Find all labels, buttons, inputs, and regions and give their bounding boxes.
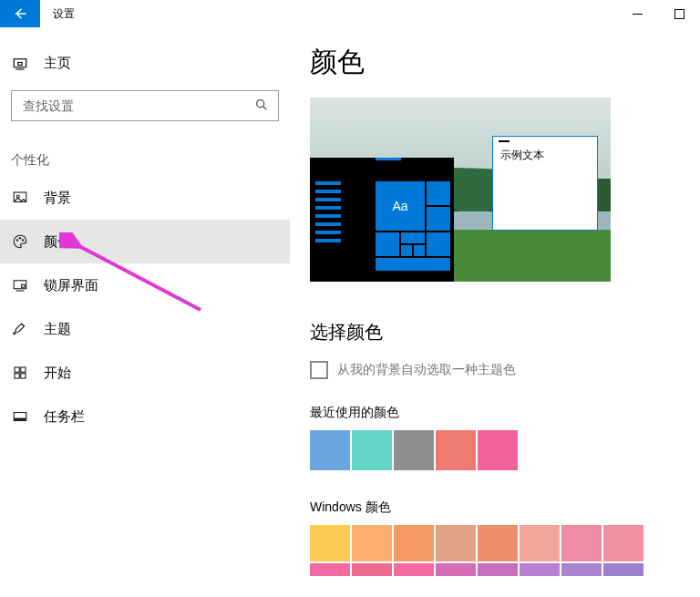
- sidebar-item-palette[interactable]: 颜色: [0, 220, 290, 263]
- color-swatch[interactable]: [561, 563, 602, 576]
- sidebar-item-label: 任务栏: [44, 408, 85, 426]
- taskbar-icon: [11, 408, 29, 425]
- color-swatch[interactable]: [352, 430, 392, 470]
- sidebar-item-label: 锁屏界面: [44, 277, 98, 294]
- app-title: 设置: [40, 0, 75, 27]
- color-swatch[interactable]: [394, 563, 434, 576]
- sidebar-item-lock[interactable]: 锁屏界面: [0, 263, 290, 307]
- home-icon: [11, 56, 29, 72]
- start-icon: [11, 365, 29, 381]
- svg-rect-17: [15, 374, 19, 378]
- svg-rect-16: [21, 367, 26, 372]
- color-swatch[interactable]: [603, 525, 643, 561]
- sidebar-item-taskbar[interactable]: 任务栏: [0, 395, 290, 438]
- svg-point-11: [22, 240, 24, 242]
- svg-rect-18: [21, 374, 26, 378]
- auto-pick-row[interactable]: 从我的背景自动选取一种主题色: [310, 361, 700, 379]
- svg-point-5: [257, 99, 264, 107]
- svg-rect-0: [633, 14, 643, 15]
- sidebar-item-theme[interactable]: 主题: [0, 307, 290, 351]
- section-header: 个性化: [0, 121, 290, 176]
- titlebar: 设置: [0, 0, 700, 27]
- home-label: 主页: [44, 55, 71, 72]
- svg-rect-1: [674, 9, 684, 18]
- page-title: 颜色: [310, 44, 700, 81]
- auto-pick-label: 从我的背景自动选取一种主题色: [337, 362, 516, 378]
- preview-tile-text: Aa: [376, 181, 425, 231]
- color-swatch[interactable]: [436, 563, 476, 576]
- content-pane: 颜色 Aa 示例文本 选择颜色: [290, 27, 700, 597]
- color-swatch[interactable]: [478, 563, 518, 576]
- search-icon: [254, 98, 269, 115]
- color-swatch[interactable]: [520, 525, 560, 561]
- maximize-button[interactable]: [658, 0, 700, 27]
- color-swatch[interactable]: [352, 563, 392, 576]
- svg-rect-2: [14, 58, 26, 67]
- sidebar-item-label: 颜色: [44, 233, 71, 251]
- color-swatch[interactable]: [478, 430, 518, 470]
- search-box[interactable]: [11, 90, 279, 121]
- theme-icon: [11, 321, 29, 337]
- palette-icon: [11, 233, 29, 250]
- sidebar-item-image[interactable]: 背景: [0, 176, 290, 220]
- recent-colors-label: 最近使用的颜色: [310, 405, 700, 421]
- choose-color-header: 选择颜色: [310, 320, 700, 345]
- color-swatch[interactable]: [561, 525, 602, 561]
- color-swatch[interactable]: [436, 525, 476, 561]
- sidebar-item-label: 开始: [44, 365, 71, 382]
- lock-icon: [11, 277, 29, 293]
- windows-colors-row-2: [310, 563, 700, 576]
- svg-rect-3: [18, 62, 23, 65]
- back-button[interactable]: [0, 0, 40, 27]
- maximize-icon: [674, 9, 685, 19]
- color-swatch[interactable]: [394, 525, 434, 561]
- arrow-left-icon: [12, 5, 28, 22]
- color-swatch[interactable]: [436, 430, 476, 470]
- image-icon: [11, 190, 29, 206]
- color-swatch[interactable]: [352, 525, 392, 561]
- color-swatch[interactable]: [520, 563, 560, 576]
- windows-colors-label: Windows 颜色: [310, 499, 700, 516]
- auto-pick-checkbox[interactable]: [310, 361, 328, 379]
- windows-colors-row-1: [310, 525, 700, 561]
- color-preview: Aa 示例文本: [310, 98, 611, 282]
- color-swatch[interactable]: [310, 563, 350, 576]
- color-swatch[interactable]: [310, 430, 350, 470]
- svg-line-6: [263, 106, 267, 109]
- preview-window-text: 示例文本: [493, 146, 597, 165]
- svg-rect-13: [22, 284, 26, 287]
- minimize-button[interactable]: [616, 0, 658, 27]
- color-swatch[interactable]: [478, 525, 518, 561]
- sidebar-item-label: 主题: [44, 321, 71, 338]
- color-swatch[interactable]: [310, 525, 350, 561]
- preview-start-menu: Aa: [310, 158, 454, 282]
- color-swatch[interactable]: [603, 563, 643, 576]
- home-link[interactable]: 主页: [0, 44, 290, 83]
- color-swatch[interactable]: [394, 430, 434, 470]
- svg-point-10: [19, 238, 21, 240]
- search-input[interactable]: [21, 98, 254, 114]
- sidebar-item-label: 背景: [44, 190, 71, 207]
- svg-rect-20: [14, 418, 26, 421]
- svg-rect-15: [15, 367, 19, 372]
- recent-colors-row: [310, 430, 700, 470]
- svg-point-9: [16, 240, 18, 242]
- sidebar-item-start[interactable]: 开始: [0, 351, 290, 395]
- sidebar: 主页 个性化 背景颜色锁屏界面主题开始任务栏: [0, 27, 290, 597]
- preview-window: 示例文本: [492, 136, 598, 231]
- minimize-icon: [633, 9, 643, 19]
